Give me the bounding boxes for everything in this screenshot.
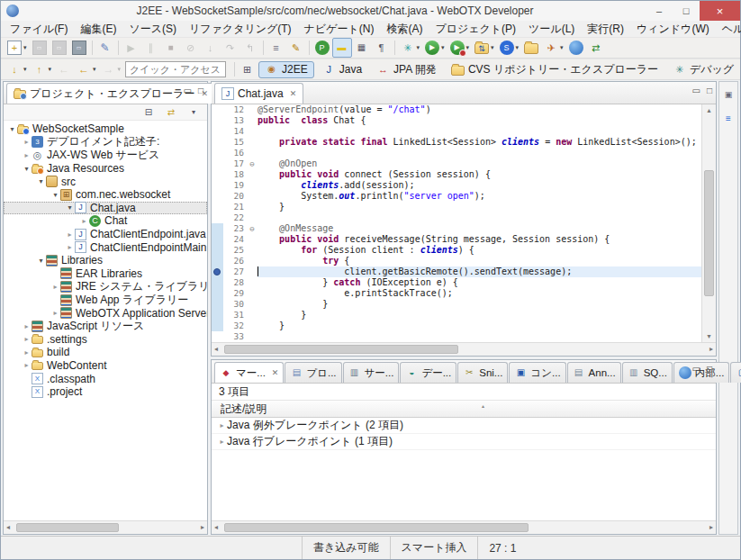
tree-item[interactable]: Web App ライブラリー [4,294,207,307]
code-line[interactable]: private static final LinkedList<Session>… [258,137,701,148]
expand-arrow-icon[interactable]: ▸ [50,309,60,317]
minimize-button[interactable]: – [646,1,673,21]
code-line[interactable]: } [258,310,701,321]
breakpoint-icon[interactable] [213,268,221,275]
menu-item[interactable]: ナビゲート(N) [298,21,381,38]
tree-item[interactable]: ▾WebSocketSample [4,122,207,136]
back-button[interactable]: ← [54,59,74,79]
perspective-jpa-[interactable]: ↔JPA 開発 [370,60,443,79]
expand-arrow-icon[interactable]: ▾ [36,177,46,185]
minimize-view-button[interactable]: ▭ [692,86,700,95]
terminate-button[interactable]: ■ [161,38,181,58]
tab-bottom-0[interactable]: ◆マー...✕ [214,362,284,383]
panel-hscrollbar[interactable]: ◂ ▸ [212,520,716,534]
code-line[interactable]: try { [258,256,701,266]
expand-arrow-icon[interactable]: ▾ [50,191,60,199]
scroll-right-icon[interactable]: ▸ [709,346,713,353]
outline-view-button[interactable]: ≡ [721,109,736,129]
run-button[interactable]: ▶▾ [422,38,447,58]
perspective-cvs-[interactable]: CVS リポジトリー・エクスプローラー [445,60,664,79]
annotation-ruler[interactable] [212,202,223,212]
tree-item[interactable]: ▸JRE システム・ライブラリー [jre8] [4,280,207,294]
code-line[interactable]: } [258,321,701,331]
annotation-ruler[interactable] [212,191,223,202]
menu-item[interactable]: ソース(S) [122,21,183,38]
code-editor[interactable]: 12@ServerEndpoint(value = "/chat")13publ… [212,104,701,342]
code-line[interactable]: } [258,202,701,212]
deploy-button[interactable]: ⇅▾ [472,38,497,58]
scrollbar-thumb[interactable] [224,345,458,354]
skip-breakpoints-button[interactable]: ✎ [95,38,115,58]
expand-arrow-icon[interactable]: ▸ [217,421,227,429]
block-selection-button[interactable]: ▦ [352,38,372,58]
tab-chat-java[interactable]: JChat.java✕ [214,83,303,104]
menu-item[interactable]: ヘルプ(H) [716,21,741,38]
perspective-j2ee[interactable]: ◉J2EE [258,61,314,78]
synchronize-button[interactable]: ⇄ [586,38,606,58]
marker-group-row[interactable]: ▸Java 行ブレークポイント (1 項目) [212,434,716,450]
tree-item[interactable]: X.project [4,385,207,399]
expand-arrow-icon[interactable]: ▾ [65,203,75,212]
tree-item[interactable]: ▸.settings [4,333,207,347]
close-button[interactable]: × [700,1,740,21]
expand-arrow-icon[interactable]: ▸ [22,361,32,369]
annotation-ruler[interactable] [212,245,223,256]
expand-arrow-icon[interactable]: ▾ [36,257,46,265]
tab-bottom-1[interactable]: ▤プロ... [285,362,341,383]
tree-item[interactable]: ▾Libraries [4,254,207,267]
tab-bottom-3[interactable]: ◒デー... [400,362,456,383]
annotation-ruler[interactable] [212,126,223,137]
annotation-ruler[interactable] [212,115,223,126]
print-button[interactable]: ▭ [69,38,89,58]
tree-item[interactable]: ▸JavaScript リソース [4,320,207,333]
save-button[interactable]: ▭ [30,38,50,58]
code-line[interactable]: public void receiveMessage(String messag… [258,234,701,245]
tab-bottom-9[interactable]: ▢JS... [730,362,741,383]
tree-item[interactable]: ▸3デプロイメント記述子: [4,136,207,149]
code-line[interactable] [258,212,701,223]
tree-item[interactable]: ▾src [4,175,207,188]
new-wizard-button[interactable]: +▾ [5,38,30,58]
tab-bottom-4[interactable]: ✂Sni... [457,362,508,383]
open-type-button[interactable]: P [312,38,332,58]
annotation-ruler[interactable] [212,266,223,277]
launch-button[interactable]: ✈▾ [541,38,566,58]
tab-bottom-6[interactable]: ▤Ann... [567,362,621,383]
expand-arrow-icon[interactable]: ▾ [22,165,32,173]
suspend-button[interactable]: ∥ [141,38,161,58]
expand-arrow-icon[interactable]: ▾ [7,125,17,133]
menu-item[interactable]: 編集(E) [74,21,122,38]
tree-item[interactable]: X.classpath [4,372,207,385]
quick-access-input[interactable] [125,61,226,77]
tree-item[interactable]: EAR Libraries [4,267,207,281]
maximize-view-button[interactable]: □ [198,86,203,95]
step-over-button[interactable]: ↷ [221,38,240,58]
forward-history-button[interactable]: →▾ [99,59,124,79]
open-perspective-button[interactable]: ⊞ [238,59,257,79]
collapse-all-button[interactable]: ⊟ [140,103,158,122]
editor-hscrollbar[interactable]: ◂ ▸ [212,342,716,356]
code-line[interactable]: @OnOpen [258,158,701,169]
next-annotation-button[interactable]: ≡ [267,38,286,58]
disconnect-button[interactable]: ⊘ [181,38,201,58]
annotation-ruler[interactable] [212,234,223,245]
expand-arrow-icon[interactable]: ▸ [22,348,32,357]
menu-item[interactable]: ツール(L) [522,21,581,38]
minimize-view-button[interactable]: ▭ [184,86,192,95]
code-line[interactable] [258,331,701,342]
resume-button[interactable]: ▶ [122,38,141,58]
code-line[interactable]: clients.add(session); [258,180,701,191]
code-line[interactable] [258,148,701,158]
annotation-ruler[interactable] [212,277,223,288]
annotation-ruler[interactable] [212,212,223,223]
show-whitespace-button[interactable]: ¶ [372,38,392,58]
menu-item[interactable]: 実行(R) [581,21,630,38]
run-coverage-button[interactable]: ▶▾ [447,38,473,58]
expand-arrow-icon[interactable]: ▸ [217,438,227,446]
menu-item[interactable]: リファクタリング(T) [183,21,298,38]
code-line[interactable]: @ServerEndpoint(value = "/chat") [258,104,701,115]
column-header-description[interactable]: 記述/説明 ▴ [212,401,716,418]
code-line[interactable]: public void connect (Session session) { [258,169,701,180]
tab-bottom-7[interactable]: ▥SQ... [622,362,673,383]
annotation-ruler[interactable] [212,223,223,234]
